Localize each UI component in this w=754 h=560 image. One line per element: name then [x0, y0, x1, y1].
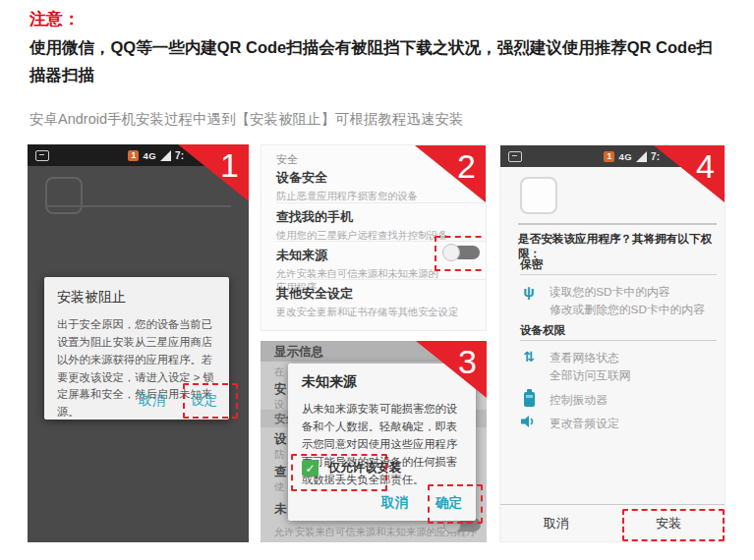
up-down-arrows-icon: ⇅ — [520, 349, 538, 385]
highlight-unknown-sources-toggle — [435, 236, 487, 271]
cancel-button[interactable]: 取消 — [381, 494, 408, 512]
dimmed-row-sub: 防 — [274, 448, 284, 462]
divider — [45, 205, 231, 207]
sim-card-icon — [35, 150, 49, 161]
signal-icon — [636, 151, 647, 162]
dimmed-row-title: 显示信息 — [274, 344, 323, 361]
clock-text: 7: — [651, 151, 660, 162]
step-number: 4 — [696, 149, 715, 183]
battery-icon — [520, 391, 538, 409]
divider — [520, 340, 717, 341]
divider — [520, 274, 717, 275]
app-icon-placeholder — [45, 177, 83, 214]
notification-badge: 1 — [604, 151, 614, 162]
dimmed-row-title: 安 — [274, 381, 287, 398]
network-4g-icon: 4G — [618, 151, 632, 162]
divider — [276, 202, 486, 203]
dimmed-row-title: 查 — [274, 464, 287, 480]
dialog-title: 未知来源 — [302, 373, 462, 391]
panel-step3-unknown-sources-dialog: 显示信息 在 安 设 安全 设 防 查 使 未 允许安装来自可信来源和未知来源的… — [261, 341, 487, 542]
dimmed-row-sub: 在 — [274, 365, 284, 379]
install-question: 是否安装该应用程序？其将拥有以下权限： — [518, 232, 719, 261]
permission-audio: 更改音频设定 — [520, 415, 719, 432]
dimmed-row-title: 设 — [274, 431, 287, 448]
divider — [518, 223, 717, 225]
sub-note: 安卓Android手机安装过程中遇到【安装被阻止】可根据教程迅速安装 — [29, 110, 727, 129]
panel-step1-install-blocked: 1 4G 7: 安装被阻止 出于安全原因，您的设备当前已设置为阻止安装从三星应用… — [28, 144, 249, 542]
permission-vibration: 控制振动器 — [520, 391, 719, 409]
signal-icon — [160, 150, 171, 161]
notice-title: 注意： — [29, 8, 80, 30]
network-4g-icon: 4G — [143, 150, 156, 161]
sim-card-icon — [508, 151, 522, 162]
divider — [276, 279, 486, 280]
screen-title: 安全 — [276, 152, 298, 167]
cancel-button[interactable]: 取消 — [139, 392, 165, 410]
tutorial-page: 注意： 使用微信，QQ等一些内建QR Code扫描会有被阻挡下载之状况，强烈建议… — [0, 0, 754, 560]
settings-row-other-security[interactable]: 其他安全设定 更改安全更新和证书存储等其他安全设定 — [276, 285, 474, 319]
section-privacy: 保密 — [520, 257, 543, 272]
panel-step4-install-permissions: 1 4G 7: 是否安装该应用程序？其将拥有以下权限： 保密 ψ 读取您的SD卡… — [499, 144, 725, 542]
step-number: 1 — [220, 148, 239, 182]
highlight-settings-button — [183, 383, 238, 419]
dimmed-row-title: 未 — [274, 501, 287, 518]
permission-network: ⇅ 查看网络状态 全部访问互联网 — [520, 349, 719, 385]
notification-badge: 1 — [128, 150, 139, 161]
panel-step2-security-settings: 安全 设备安全 防止恶意应用程序损害您的设备 查找我的手机 使用您的三星账户远程… — [261, 144, 487, 331]
notice-body: 使用微信，QQ等一些内建QR Code扫描会有被阻挡下载之状况，强烈建议使用推荐… — [29, 33, 727, 89]
highlight-ok-button — [428, 484, 483, 524]
settings-row-device-security[interactable]: 设备安全 防止恶意应用程序损害您的设备 — [276, 169, 474, 203]
cancel-button[interactable]: 取消 — [500, 505, 612, 541]
dimmed-row-sub: 使 — [274, 480, 284, 494]
dialog-title: 安装被阻止 — [57, 289, 216, 307]
step-number: 3 — [458, 345, 477, 378]
highlight-install-button — [622, 509, 725, 541]
usb-icon: ψ — [520, 283, 538, 319]
speaker-icon — [520, 415, 538, 432]
step-ribbon: 1 — [178, 144, 249, 201]
app-icon-placeholder — [520, 177, 557, 214]
permission-sdcard: ψ 读取您的SD卡中的内容 修改或删除您的SD卡中的内容 — [520, 283, 719, 319]
step-number: 2 — [457, 149, 476, 183]
section-device-permissions: 设备权限 — [520, 323, 565, 338]
highlight-allow-once-checkbox — [291, 454, 387, 491]
clock-text: 7: — [175, 150, 184, 161]
